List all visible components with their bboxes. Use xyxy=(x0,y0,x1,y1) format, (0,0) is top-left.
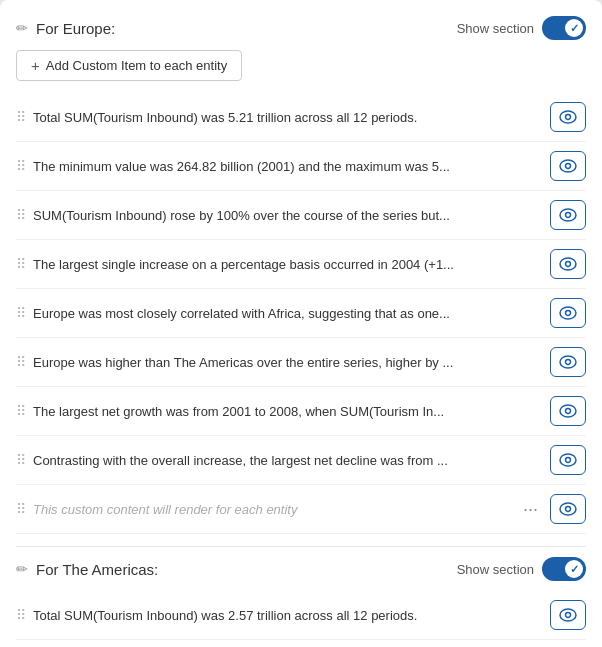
modal-body: ✏ For Europe: Show section ✓ + xyxy=(0,0,602,647)
eye-icon xyxy=(559,502,577,516)
edit-icon-americas: ✏ xyxy=(16,561,28,577)
svg-point-16 xyxy=(560,503,576,515)
item-text: The largest single increase on a percent… xyxy=(33,257,542,272)
modal-container: ✏ For Europe: Show section ✓ + xyxy=(0,0,602,647)
svg-point-7 xyxy=(566,262,571,267)
visibility-toggle-button[interactable] xyxy=(550,396,586,426)
europe-items-list: ⠿ Total SUM(Tourism Inbound) was 5.21 tr… xyxy=(16,93,586,534)
drag-handle-icon[interactable]: ⠿ xyxy=(16,305,25,321)
item-text: Total SUM(Tourism Inbound) was 5.21 tril… xyxy=(33,110,542,125)
eye-icon xyxy=(559,110,577,124)
table-row: ⠿ Europe was most closely correlated wit… xyxy=(16,289,586,338)
toggle-thumb-americas: ✓ xyxy=(565,560,583,578)
visibility-toggle-button[interactable] xyxy=(550,298,586,328)
toggle-track-americas: ✓ xyxy=(542,557,586,581)
eye-icon xyxy=(559,404,577,418)
show-section-label-europe: Show section xyxy=(457,21,534,36)
eye-icon xyxy=(559,306,577,320)
svg-point-10 xyxy=(560,356,576,368)
table-row: ⠿ Contrasting with the overall increase,… xyxy=(16,436,586,485)
svg-point-15 xyxy=(566,458,571,463)
table-row: ⠿ Total SUM(Tourism Inbound) was 5.21 tr… xyxy=(16,93,586,142)
section-americas-title-row: ✏ For The Americas: xyxy=(16,561,158,578)
toggle-americas[interactable]: ✓ xyxy=(542,557,586,581)
section-europe-title-row: ✏ For Europe: xyxy=(16,20,115,37)
svg-point-0 xyxy=(560,111,576,123)
svg-point-11 xyxy=(566,360,571,365)
section-europe: ✏ For Europe: Show section ✓ + xyxy=(16,16,586,534)
toggle-check-europe: ✓ xyxy=(570,22,579,35)
add-custom-item-europe-label: Add Custom Item to each entity xyxy=(46,58,227,73)
drag-handle-icon[interactable]: ⠿ xyxy=(16,403,25,419)
table-row: ⠿ SUM(Tourism Inbound) rose by 100% over… xyxy=(16,191,586,240)
table-row: ⠿ This custom content will render for ea… xyxy=(16,485,586,534)
toggle-europe[interactable]: ✓ xyxy=(542,16,586,40)
show-section-americas-row: Show section ✓ xyxy=(457,557,586,581)
drag-handle-icon[interactable]: ⠿ xyxy=(16,207,25,223)
custom-item-input[interactable]: This custom content will render for each… xyxy=(33,502,511,517)
svg-point-12 xyxy=(560,405,576,417)
table-row: ⠿ Total SUM(Tourism Inbound) was 2.57 tr… xyxy=(16,591,586,640)
svg-point-4 xyxy=(560,209,576,221)
visibility-toggle-button[interactable] xyxy=(550,200,586,230)
drag-handle-icon[interactable]: ⠿ xyxy=(16,607,25,623)
visibility-toggle-button[interactable] xyxy=(550,347,586,377)
item-text: Contrasting with the overall increase, t… xyxy=(33,453,542,468)
visibility-toggle-button[interactable] xyxy=(550,494,586,524)
eye-icon xyxy=(559,355,577,369)
ellipsis-menu-button[interactable]: ··· xyxy=(519,499,542,520)
svg-point-3 xyxy=(566,164,571,169)
drag-handle-icon[interactable]: ⠿ xyxy=(16,354,25,370)
americas-items-list: ⠿ Total SUM(Tourism Inbound) was 2.57 tr… xyxy=(16,591,586,640)
item-text: Total SUM(Tourism Inbound) was 2.57 tril… xyxy=(33,608,542,623)
svg-point-13 xyxy=(566,409,571,414)
item-text: The largest net growth was from 2001 to … xyxy=(33,404,542,419)
item-text: Europe was most closely correlated with … xyxy=(33,306,542,321)
visibility-toggle-button[interactable] xyxy=(550,249,586,279)
svg-point-5 xyxy=(566,213,571,218)
drag-handle-icon[interactable]: ⠿ xyxy=(16,109,25,125)
toggle-track-europe: ✓ xyxy=(542,16,586,40)
item-text: SUM(Tourism Inbound) rose by 100% over t… xyxy=(33,208,542,223)
svg-point-9 xyxy=(566,311,571,316)
table-row: ⠿ Europe was higher than The Americas ov… xyxy=(16,338,586,387)
svg-point-6 xyxy=(560,258,576,270)
table-row: ⠿ The largest net growth was from 2001 t… xyxy=(16,387,586,436)
eye-icon xyxy=(559,159,577,173)
item-text: The minimum value was 264.82 billion (20… xyxy=(33,159,542,174)
toggle-check-americas: ✓ xyxy=(570,563,579,576)
eye-icon xyxy=(559,608,577,622)
visibility-toggle-button[interactable] xyxy=(550,151,586,181)
svg-point-1 xyxy=(566,115,571,120)
show-section-europe-row: Show section ✓ xyxy=(457,16,586,40)
eye-icon xyxy=(559,208,577,222)
section-americas: ✏ For The Americas: Show section ✓ xyxy=(16,557,586,640)
item-text: Europe was higher than The Americas over… xyxy=(33,355,542,370)
svg-point-18 xyxy=(560,609,576,621)
visibility-toggle-button[interactable] xyxy=(550,600,586,630)
visibility-toggle-button[interactable] xyxy=(550,102,586,132)
drag-handle-icon[interactable]: ⠿ xyxy=(16,256,25,272)
section-divider xyxy=(16,546,586,547)
show-section-label-americas: Show section xyxy=(457,562,534,577)
visibility-toggle-button[interactable] xyxy=(550,445,586,475)
section-americas-header: ✏ For The Americas: Show section ✓ xyxy=(16,557,586,581)
eye-icon xyxy=(559,257,577,271)
section-europe-title: For Europe: xyxy=(36,20,115,37)
edit-icon: ✏ xyxy=(16,20,28,36)
section-europe-header: ✏ For Europe: Show section ✓ xyxy=(16,16,586,40)
svg-point-2 xyxy=(560,160,576,172)
add-custom-item-europe-button[interactable]: + Add Custom Item to each entity xyxy=(16,50,242,81)
drag-handle-icon[interactable]: ⠿ xyxy=(16,452,25,468)
toggle-thumb-europe: ✓ xyxy=(565,19,583,37)
svg-point-17 xyxy=(566,507,571,512)
table-row: ⠿ The minimum value was 264.82 billion (… xyxy=(16,142,586,191)
add-btn-plus-europe: + xyxy=(31,57,40,74)
eye-icon xyxy=(559,453,577,467)
svg-point-8 xyxy=(560,307,576,319)
drag-handle-icon[interactable]: ⠿ xyxy=(16,158,25,174)
drag-handle-icon[interactable]: ⠿ xyxy=(16,501,25,517)
table-row: ⠿ The largest single increase on a perce… xyxy=(16,240,586,289)
section-americas-title: For The Americas: xyxy=(36,561,158,578)
svg-point-14 xyxy=(560,454,576,466)
